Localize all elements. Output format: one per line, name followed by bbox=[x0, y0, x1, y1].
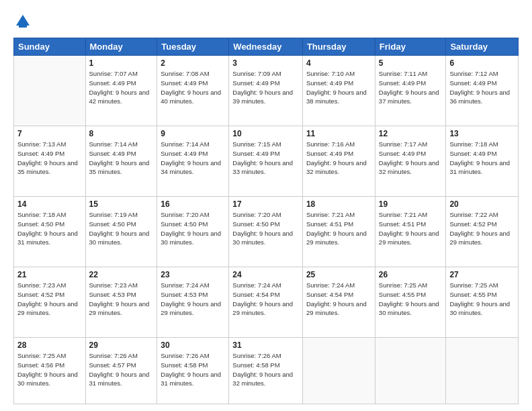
day-info: Sunrise: 7:17 AMSunset: 4:49 PMDaylight:… bbox=[379, 140, 443, 177]
table-row: 18 Sunrise: 7:21 AMSunset: 4:51 PMDaylig… bbox=[302, 197, 375, 267]
table-row: 11 Sunrise: 7:16 AMSunset: 4:49 PMDaylig… bbox=[302, 126, 375, 197]
day-info: Sunrise: 7:23 AMSunset: 4:52 PMDaylight:… bbox=[17, 281, 82, 318]
col-friday: Friday bbox=[375, 38, 446, 56]
day-number: 30 bbox=[161, 340, 225, 350]
table-row: 17 Sunrise: 7:20 AMSunset: 4:50 PMDaylig… bbox=[229, 197, 303, 267]
day-number: 17 bbox=[232, 199, 299, 209]
day-number: 21 bbox=[17, 270, 82, 279]
table-row: 4 Sunrise: 7:10 AMSunset: 4:49 PMDayligh… bbox=[302, 56, 375, 126]
table-row: 5 Sunrise: 7:11 AMSunset: 4:49 PMDayligh… bbox=[375, 56, 446, 126]
day-info: Sunrise: 7:15 AMSunset: 4:49 PMDaylight:… bbox=[232, 140, 299, 177]
day-info: Sunrise: 7:18 AMSunset: 4:49 PMDaylight:… bbox=[449, 140, 515, 177]
day-number: 29 bbox=[89, 340, 154, 350]
day-number: 13 bbox=[449, 129, 515, 138]
svg-rect-1 bbox=[19, 24, 27, 28]
calendar-week-row: 28 Sunrise: 7:25 AMSunset: 4:56 PMDaylig… bbox=[14, 338, 519, 404]
day-info: Sunrise: 7:26 AMSunset: 4:58 PMDaylight:… bbox=[161, 351, 225, 388]
day-info: Sunrise: 7:24 AMSunset: 4:53 PMDaylight:… bbox=[161, 281, 225, 318]
table-row: 23 Sunrise: 7:24 AMSunset: 4:53 PMDaylig… bbox=[157, 267, 229, 338]
col-saturday: Saturday bbox=[446, 38, 519, 56]
col-thursday: Thursday bbox=[302, 38, 375, 56]
day-info: Sunrise: 7:21 AMSunset: 4:51 PMDaylight:… bbox=[306, 210, 371, 247]
day-number: 14 bbox=[17, 199, 82, 209]
table-row: 3 Sunrise: 7:09 AMSunset: 4:49 PMDayligh… bbox=[229, 56, 303, 126]
day-number: 12 bbox=[379, 129, 443, 138]
table-row: 25 Sunrise: 7:24 AMSunset: 4:54 PMDaylig… bbox=[302, 267, 375, 338]
day-number: 22 bbox=[89, 270, 154, 279]
day-number: 28 bbox=[17, 340, 82, 350]
day-info: Sunrise: 7:14 AMSunset: 4:49 PMDaylight:… bbox=[161, 140, 225, 177]
table-row: 15 Sunrise: 7:19 AMSunset: 4:50 PMDaylig… bbox=[85, 197, 157, 267]
svg-marker-0 bbox=[16, 15, 30, 26]
calendar-week-row: 14 Sunrise: 7:18 AMSunset: 4:50 PMDaylig… bbox=[14, 197, 519, 267]
day-number: 6 bbox=[449, 58, 515, 68]
page: Sunday Monday Tuesday Wednesday Thursday… bbox=[0, 0, 532, 411]
table-row bbox=[14, 56, 86, 126]
day-info: Sunrise: 7:24 AMSunset: 4:54 PMDaylight:… bbox=[232, 281, 299, 318]
day-number: 10 bbox=[232, 129, 299, 138]
calendar-week-row: 7 Sunrise: 7:13 AMSunset: 4:49 PMDayligh… bbox=[14, 126, 519, 197]
day-number: 25 bbox=[306, 270, 371, 279]
day-info: Sunrise: 7:25 AMSunset: 4:56 PMDaylight:… bbox=[17, 351, 82, 388]
day-info: Sunrise: 7:10 AMSunset: 4:49 PMDaylight:… bbox=[306, 69, 371, 106]
table-row: 14 Sunrise: 7:18 AMSunset: 4:50 PMDaylig… bbox=[14, 197, 86, 267]
day-info: Sunrise: 7:08 AMSunset: 4:49 PMDaylight:… bbox=[161, 69, 225, 106]
day-info: Sunrise: 7:23 AMSunset: 4:53 PMDaylight:… bbox=[89, 281, 154, 318]
day-number: 27 bbox=[449, 270, 515, 279]
table-row: 9 Sunrise: 7:14 AMSunset: 4:49 PMDayligh… bbox=[157, 126, 229, 197]
table-row: 29 Sunrise: 7:26 AMSunset: 4:57 PMDaylig… bbox=[85, 338, 157, 404]
header bbox=[13, 12, 519, 31]
table-row: 8 Sunrise: 7:14 AMSunset: 4:49 PMDayligh… bbox=[85, 126, 157, 197]
calendar-week-row: 21 Sunrise: 7:23 AMSunset: 4:52 PMDaylig… bbox=[14, 267, 519, 338]
day-info: Sunrise: 7:20 AMSunset: 4:50 PMDaylight:… bbox=[232, 210, 299, 247]
day-number: 11 bbox=[306, 129, 371, 138]
table-row: 10 Sunrise: 7:15 AMSunset: 4:49 PMDaylig… bbox=[229, 126, 303, 197]
table-row: 31 Sunrise: 7:26 AMSunset: 4:58 PMDaylig… bbox=[229, 338, 303, 404]
table-row: 30 Sunrise: 7:26 AMSunset: 4:58 PMDaylig… bbox=[157, 338, 229, 404]
day-number: 23 bbox=[161, 270, 225, 279]
day-number: 2 bbox=[161, 58, 225, 68]
day-info: Sunrise: 7:25 AMSunset: 4:55 PMDaylight:… bbox=[379, 281, 443, 318]
day-number: 7 bbox=[17, 129, 82, 138]
day-number: 4 bbox=[306, 58, 371, 68]
day-number: 18 bbox=[306, 199, 371, 209]
col-wednesday: Wednesday bbox=[229, 38, 303, 56]
col-monday: Monday bbox=[85, 38, 157, 56]
day-number: 5 bbox=[379, 58, 443, 68]
table-row: 21 Sunrise: 7:23 AMSunset: 4:52 PMDaylig… bbox=[14, 267, 86, 338]
calendar-week-row: 1 Sunrise: 7:07 AMSunset: 4:49 PMDayligh… bbox=[14, 56, 519, 126]
day-info: Sunrise: 7:22 AMSunset: 4:52 PMDaylight:… bbox=[449, 210, 515, 247]
table-row: 26 Sunrise: 7:25 AMSunset: 4:55 PMDaylig… bbox=[375, 267, 446, 338]
col-sunday: Sunday bbox=[14, 38, 86, 56]
table-row: 1 Sunrise: 7:07 AMSunset: 4:49 PMDayligh… bbox=[85, 56, 157, 126]
col-tuesday: Tuesday bbox=[157, 38, 229, 56]
day-number: 16 bbox=[161, 199, 225, 209]
day-info: Sunrise: 7:13 AMSunset: 4:49 PMDaylight:… bbox=[17, 140, 82, 177]
day-number: 20 bbox=[449, 199, 515, 209]
table-row: 2 Sunrise: 7:08 AMSunset: 4:49 PMDayligh… bbox=[157, 56, 229, 126]
day-number: 31 bbox=[232, 340, 299, 350]
table-row: 16 Sunrise: 7:20 AMSunset: 4:50 PMDaylig… bbox=[157, 197, 229, 267]
table-row: 12 Sunrise: 7:17 AMSunset: 4:49 PMDaylig… bbox=[375, 126, 446, 197]
day-info: Sunrise: 7:21 AMSunset: 4:51 PMDaylight:… bbox=[379, 210, 443, 247]
day-number: 8 bbox=[89, 129, 154, 138]
day-info: Sunrise: 7:09 AMSunset: 4:49 PMDaylight:… bbox=[232, 69, 299, 106]
table-row bbox=[446, 338, 519, 404]
day-info: Sunrise: 7:26 AMSunset: 4:58 PMDaylight:… bbox=[232, 351, 299, 388]
day-info: Sunrise: 7:16 AMSunset: 4:49 PMDaylight:… bbox=[306, 140, 371, 177]
day-info: Sunrise: 7:11 AMSunset: 4:49 PMDaylight:… bbox=[379, 69, 443, 106]
day-info: Sunrise: 7:26 AMSunset: 4:57 PMDaylight:… bbox=[89, 351, 154, 388]
table-row: 27 Sunrise: 7:25 AMSunset: 4:55 PMDaylig… bbox=[446, 267, 519, 338]
day-number: 19 bbox=[379, 199, 443, 209]
day-info: Sunrise: 7:24 AMSunset: 4:54 PMDaylight:… bbox=[306, 281, 371, 318]
day-number: 15 bbox=[89, 199, 154, 209]
day-number: 3 bbox=[232, 58, 299, 68]
logo bbox=[13, 12, 36, 31]
day-info: Sunrise: 7:19 AMSunset: 4:50 PMDaylight:… bbox=[89, 210, 154, 247]
table-row: 19 Sunrise: 7:21 AMSunset: 4:51 PMDaylig… bbox=[375, 197, 446, 267]
table-row: 22 Sunrise: 7:23 AMSunset: 4:53 PMDaylig… bbox=[85, 267, 157, 338]
day-number: 26 bbox=[379, 270, 443, 279]
table-row: 7 Sunrise: 7:13 AMSunset: 4:49 PMDayligh… bbox=[14, 126, 86, 197]
day-info: Sunrise: 7:18 AMSunset: 4:50 PMDaylight:… bbox=[17, 210, 82, 247]
day-info: Sunrise: 7:12 AMSunset: 4:49 PMDaylight:… bbox=[449, 69, 515, 106]
